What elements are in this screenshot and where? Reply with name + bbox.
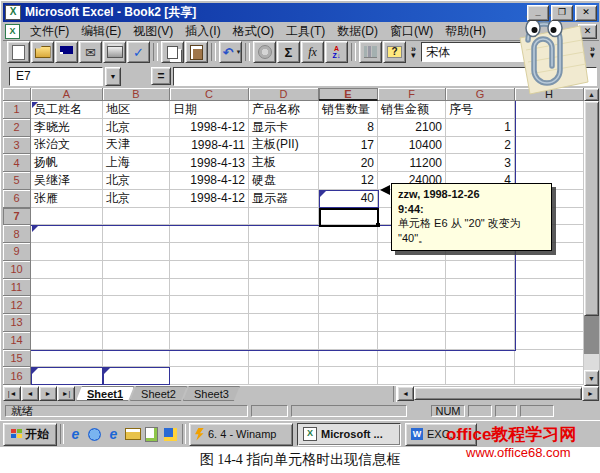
row-header-2[interactable]: 2 xyxy=(3,119,31,137)
cell-D1[interactable]: 产品名称 xyxy=(249,101,319,119)
cell-G12[interactable] xyxy=(446,296,515,314)
row-header-12[interactable]: 12 xyxy=(3,296,31,314)
cell-C8[interactable] xyxy=(170,225,249,243)
cell-H12[interactable] xyxy=(515,296,584,314)
cell-F10[interactable] xyxy=(378,261,446,279)
cell-G3[interactable]: 2 xyxy=(446,137,515,155)
start-button[interactable]: 开始 xyxy=(3,423,57,446)
close-button[interactable]: ✕ xyxy=(575,5,597,21)
cell-B13[interactable] xyxy=(103,314,170,332)
cell-D8[interactable] xyxy=(249,225,319,243)
minimize-button[interactable]: _ xyxy=(527,5,549,21)
cell-H2[interactable] xyxy=(515,119,584,137)
cell-D5[interactable]: 硬盘 xyxy=(249,172,319,190)
column-header-F[interactable]: F xyxy=(378,88,446,101)
cell-B6[interactable]: 北京 xyxy=(103,190,170,208)
spell-button[interactable] xyxy=(127,41,150,63)
cell-F16[interactable] xyxy=(378,367,446,385)
row-header-1[interactable]: 1 xyxy=(3,101,31,119)
cell-F2[interactable]: 2100 xyxy=(378,119,446,137)
cell-A13[interactable] xyxy=(31,314,103,332)
quick-launch-globe-icon[interactable] xyxy=(86,426,103,443)
cell-C2[interactable]: 1998-4-12 xyxy=(170,119,249,137)
cell-A1[interactable]: 员工姓名 xyxy=(31,101,103,119)
cell-G1[interactable]: 序号 xyxy=(446,101,515,119)
select-all-button[interactable] xyxy=(3,88,31,101)
toolbar-more-icon[interactable]: »▾ xyxy=(407,42,420,62)
column-header-C[interactable]: C xyxy=(170,88,249,101)
formula-input[interactable] xyxy=(173,67,597,86)
cell-H4[interactable] xyxy=(515,154,584,172)
cell-E12[interactable] xyxy=(319,296,378,314)
cell-D14[interactable] xyxy=(249,332,319,350)
cell-E4[interactable]: 20 xyxy=(319,154,378,172)
cell-C13[interactable] xyxy=(170,314,249,332)
next-sheet-icon[interactable]: ► xyxy=(39,386,57,401)
column-header-E[interactable]: E xyxy=(319,88,378,101)
menu-item-v[interactable]: 视图(V) xyxy=(127,21,179,42)
scroll-track-shaded[interactable] xyxy=(584,316,599,354)
cell-B5[interactable]: 北京 xyxy=(103,172,170,190)
cell-H1[interactable] xyxy=(515,101,584,119)
menu-item-t[interactable]: 工具(T) xyxy=(280,21,331,42)
cell-E2[interactable]: 8 xyxy=(319,119,378,137)
row-header-6[interactable]: 6 xyxy=(3,190,31,208)
column-header-H[interactable]: H xyxy=(515,88,584,101)
cell-C5[interactable]: 1998-4-12 xyxy=(170,172,249,190)
cell-B15[interactable] xyxy=(103,350,170,368)
copy-button[interactable] xyxy=(161,41,184,63)
active-cell-e7[interactable] xyxy=(319,208,379,227)
globe-button[interactable] xyxy=(253,41,276,63)
edit-formula-button[interactable]: = xyxy=(151,67,171,85)
menu-item-e[interactable]: 编辑(E) xyxy=(75,21,127,42)
print-button[interactable] xyxy=(103,41,126,63)
cell-B10[interactable] xyxy=(103,261,170,279)
cell-E13[interactable] xyxy=(319,314,378,332)
cell-H3[interactable] xyxy=(515,137,584,155)
cell-B2[interactable]: 北京 xyxy=(103,119,170,137)
font-name-select[interactable]: 宋体 xyxy=(421,42,543,62)
cell-F13[interactable] xyxy=(378,314,446,332)
vertical-scrollbar[interactable]: ▲ ▼ xyxy=(584,88,599,386)
cell-G15[interactable] xyxy=(446,350,515,368)
cell-A3[interactable]: 张治文 xyxy=(31,137,103,155)
quick-launch-ie-icon[interactable] xyxy=(67,426,84,443)
cell-H13[interactable] xyxy=(515,314,584,332)
scroll-up-icon[interactable]: ▲ xyxy=(584,88,599,101)
sheet-tab-sheet2[interactable]: Sheet2 xyxy=(130,386,187,401)
cell-D4[interactable]: 主板 xyxy=(249,154,319,172)
cell-A11[interactable] xyxy=(31,279,103,297)
fill-handle[interactable] xyxy=(376,223,380,227)
fx-button[interactable] xyxy=(301,41,324,63)
cell-H11[interactable] xyxy=(515,279,584,297)
cell-A2[interactable]: 李晓光 xyxy=(31,119,103,137)
cell-D7[interactable] xyxy=(249,208,319,226)
cell-B14[interactable] xyxy=(103,332,170,350)
cell-H15[interactable] xyxy=(515,350,584,368)
save-button[interactable] xyxy=(55,41,78,63)
row-header-15[interactable]: 15 xyxy=(3,350,31,368)
vertical-scroll-thumb[interactable] xyxy=(584,101,599,316)
row-header-10[interactable]: 10 xyxy=(3,261,31,279)
hscroll-right-icon[interactable]: ► xyxy=(582,386,599,401)
cell-C6[interactable]: 1998-4-12 xyxy=(170,190,249,208)
cell-D3[interactable]: 主板(PII) xyxy=(249,137,319,155)
row-header-11[interactable]: 11 xyxy=(3,279,31,297)
cell-D6[interactable]: 显示器 xyxy=(249,190,319,208)
cell-F11[interactable] xyxy=(378,279,446,297)
cell-H16[interactable] xyxy=(515,367,584,385)
cell-C11[interactable] xyxy=(170,279,249,297)
cell-A12[interactable] xyxy=(31,296,103,314)
cell-A4[interactable]: 扬帆 xyxy=(31,154,103,172)
cell-F15[interactable] xyxy=(378,350,446,368)
hscroll-left-icon[interactable]: ◄ xyxy=(397,386,414,401)
cell-E1[interactable]: 销售数量 xyxy=(319,101,378,119)
cell-H10[interactable] xyxy=(515,261,584,279)
cell-D11[interactable] xyxy=(249,279,319,297)
cell-D10[interactable] xyxy=(249,261,319,279)
cell-B3[interactable]: 天津 xyxy=(103,137,170,155)
chart-button[interactable] xyxy=(359,41,382,63)
cell-C14[interactable] xyxy=(170,332,249,350)
cell-C10[interactable] xyxy=(170,261,249,279)
cell-C9[interactable] xyxy=(170,243,249,261)
